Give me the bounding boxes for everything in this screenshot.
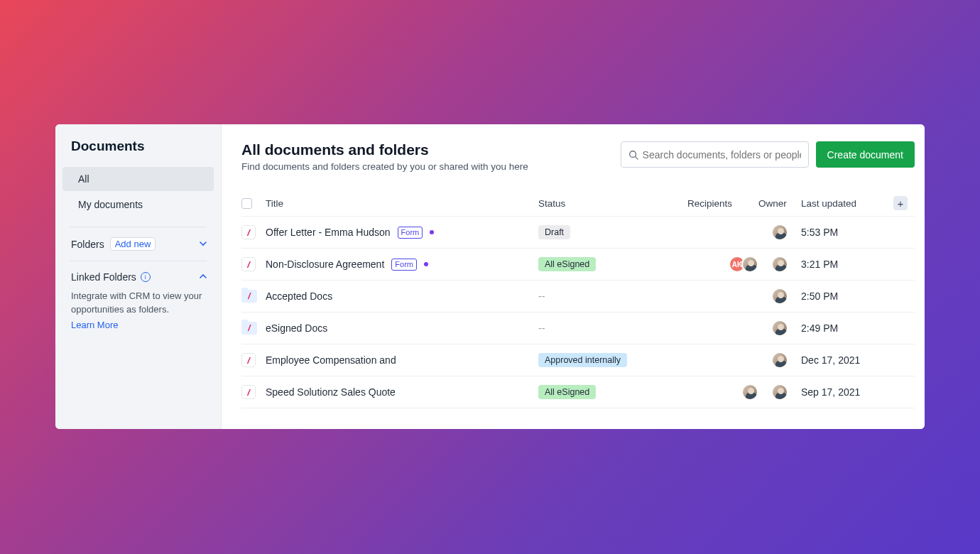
- owner-cell: [758, 224, 801, 241]
- sidebar-title: Documents: [55, 138, 221, 167]
- title-cell[interactable]: eSigned Docs: [266, 322, 538, 334]
- chevron-down-icon: [200, 240, 207, 249]
- status-badge: Draft: [538, 225, 570, 239]
- table-header: Title Status Recipients Owner Last updat…: [241, 190, 915, 217]
- sidebar-item-label: All: [78, 173, 89, 185]
- status-badge: Approved internally: [538, 353, 627, 367]
- owner-cell: [758, 384, 801, 401]
- sidebar-item-my-documents[interactable]: My documents: [62, 192, 214, 217]
- linked-folders-label: Linked Folders: [71, 271, 136, 283]
- status-empty: --: [538, 322, 545, 334]
- avatar[interactable]: [771, 320, 788, 337]
- table-row[interactable]: /Speed Solutionz Sales QuoteAll eSignedS…: [241, 376, 915, 408]
- avatar[interactable]: [741, 384, 758, 401]
- column-owner[interactable]: Owner: [758, 198, 801, 209]
- status-cell: Draft: [538, 225, 687, 239]
- divider: [70, 261, 207, 261]
- svg-line-1: [635, 156, 638, 159]
- linked-folders-description: Integrate with CRM to view your opportun…: [55, 283, 221, 317]
- status-empty: --: [538, 290, 545, 302]
- title-cell[interactable]: Employee Compensation and: [266, 354, 538, 366]
- column-recipients[interactable]: Recipients: [687, 198, 758, 209]
- app-window: Documents All My documents Folders Add n…: [55, 124, 925, 429]
- search-box[interactable]: [621, 141, 809, 168]
- folders-label: Folders: [71, 239, 104, 250]
- table-row[interactable]: /Employee Compensation andApproved inter…: [241, 344, 915, 376]
- status-cell: --: [538, 290, 687, 302]
- table-row[interactable]: /Accepted Docs--2:50 PM: [241, 281, 915, 313]
- last-updated-cell: 3:21 PM: [801, 259, 893, 270]
- avatar[interactable]: [771, 288, 788, 305]
- main-content: All documents and folders Find documents…: [222, 124, 925, 429]
- form-badge: Form: [391, 259, 417, 271]
- document-icon: /: [241, 257, 256, 271]
- sidebar-item-label: My documents: [78, 199, 143, 210]
- document-title: Accepted Docs: [266, 290, 332, 302]
- owner-cell: [758, 320, 801, 337]
- document-icon: /: [241, 225, 256, 239]
- add-column-button[interactable]: +: [893, 196, 908, 210]
- search-icon: [628, 150, 638, 160]
- column-last-updated[interactable]: Last updated: [801, 198, 893, 209]
- document-title: eSigned Docs: [266, 322, 327, 334]
- create-document-button[interactable]: Create document: [816, 141, 915, 168]
- add-new-folder-button[interactable]: Add new: [110, 237, 156, 251]
- chevron-up-icon: [200, 273, 207, 281]
- unread-dot-icon: [430, 230, 434, 234]
- documents-table: Title Status Recipients Owner Last updat…: [241, 190, 915, 408]
- linked-folders-header[interactable]: Linked Folders i: [55, 271, 221, 283]
- unread-dot-icon: [424, 262, 428, 266]
- sidebar: Documents All My documents Folders Add n…: [55, 124, 222, 429]
- avatar[interactable]: [741, 256, 758, 273]
- column-title[interactable]: Title: [266, 198, 538, 209]
- info-icon[interactable]: i: [141, 272, 151, 282]
- avatar[interactable]: [771, 256, 788, 273]
- table-row[interactable]: /eSigned Docs--2:49 PM: [241, 313, 915, 344]
- document-title: Speed Solutionz Sales Quote: [266, 386, 396, 398]
- select-all-checkbox[interactable]: [241, 198, 252, 209]
- avatar[interactable]: [771, 352, 788, 369]
- owner-cell: [758, 288, 801, 305]
- header-text: All documents and folders Find documents…: [241, 141, 621, 172]
- search-input[interactable]: [643, 149, 801, 161]
- folder-icon: /: [241, 322, 257, 335]
- title-cell[interactable]: Speed Solutionz Sales Quote: [266, 386, 538, 398]
- document-title: Non-Disclosure Agreement: [266, 259, 384, 270]
- title-cell[interactable]: Accepted Docs: [266, 290, 538, 302]
- page-subtitle: Find documents and folders created by yo…: [241, 161, 621, 172]
- document-title: Employee Compensation and: [266, 354, 396, 366]
- form-badge: Form: [398, 227, 423, 239]
- status-cell: All eSigned: [538, 257, 687, 271]
- learn-more-link[interactable]: Learn More: [55, 317, 221, 330]
- folder-icon: /: [241, 290, 257, 303]
- recipients-cell: AK: [687, 256, 758, 273]
- folders-section-header[interactable]: Folders Add new: [55, 237, 221, 251]
- owner-cell: [758, 256, 801, 273]
- header-row: All documents and folders Find documents…: [241, 141, 915, 172]
- sidebar-item-all[interactable]: All: [62, 167, 214, 191]
- avatar[interactable]: [771, 224, 788, 241]
- last-updated-cell: Sep 17, 2021: [801, 386, 893, 398]
- avatar[interactable]: [771, 384, 788, 401]
- document-title: Offer Letter - Emma Hudson: [266, 227, 391, 238]
- status-cell: Approved internally: [538, 353, 687, 367]
- title-cell[interactable]: Offer Letter - Emma HudsonForm: [266, 227, 538, 239]
- status-badge: All eSigned: [538, 385, 596, 399]
- last-updated-cell: 2:49 PM: [801, 322, 893, 334]
- divider: [70, 227, 207, 227]
- title-cell[interactable]: Non-Disclosure AgreementForm: [266, 259, 538, 271]
- table-row[interactable]: /Offer Letter - Emma HudsonFormDraft5:53…: [241, 217, 915, 249]
- status-badge: All eSigned: [538, 257, 596, 271]
- page-title: All documents and folders: [241, 141, 621, 158]
- document-icon: /: [241, 385, 256, 399]
- status-cell: --: [538, 322, 687, 334]
- last-updated-cell: Dec 17, 2021: [801, 354, 893, 366]
- document-icon: /: [241, 353, 256, 367]
- table-row[interactable]: /Non-Disclosure AgreementFormAll eSigned…: [241, 249, 915, 281]
- status-cell: All eSigned: [538, 385, 687, 399]
- owner-cell: [758, 352, 801, 369]
- last-updated-cell: 2:50 PM: [801, 290, 893, 302]
- recipients-cell: [687, 384, 758, 401]
- last-updated-cell: 5:53 PM: [801, 227, 893, 238]
- column-status[interactable]: Status: [538, 198, 687, 209]
